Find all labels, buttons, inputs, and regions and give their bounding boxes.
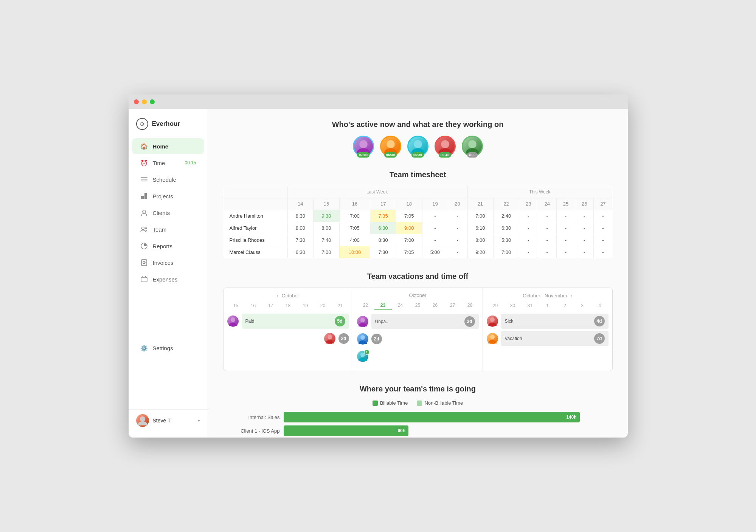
cell: -: [538, 246, 556, 258]
sidebar-item-team[interactable]: Team: [132, 221, 204, 237]
cal-day: 21: [332, 302, 349, 310]
avatar: [324, 333, 335, 344]
cell: -: [575, 210, 594, 222]
cell: -: [556, 246, 575, 258]
cell: 8:30: [287, 210, 314, 222]
vac-label: Sick: [505, 319, 514, 324]
sidebar-item-projects[interactable]: Projects: [132, 188, 204, 204]
prev-month-button[interactable]: ‹: [277, 292, 279, 298]
bar-fill-billable: 140h: [284, 412, 580, 422]
cell: 7:00: [467, 210, 494, 222]
cal-day: 20: [314, 302, 332, 310]
close-button[interactable]: [134, 99, 139, 104]
cell: -: [594, 246, 612, 258]
sidebar-item-schedule[interactable]: Schedule: [132, 172, 204, 187]
sidebar-item-settings[interactable]: ⚙️ Settings: [132, 340, 204, 356]
legend-dot-non-billable: [417, 401, 422, 406]
cal-day: 2: [556, 302, 574, 310]
svg-rect-1: [141, 179, 147, 179]
cal-days: 22 23 24 25 26 27 28: [357, 301, 479, 310]
sidebar-item-invoices[interactable]: $ Invoices: [132, 255, 204, 271]
cell: 7:00: [493, 246, 519, 258]
cal-panel-2: October 22 23 24 25 26 27 28: [353, 288, 483, 371]
cal-header-2: October: [357, 292, 479, 298]
col-20: 20: [448, 198, 467, 210]
bar-label: Client 1 - iOS App: [223, 428, 280, 434]
vacations-title: Team vacations and time off: [223, 272, 613, 281]
time-going-section: Where your team's time is going Billable…: [223, 385, 613, 436]
cell: 7:00: [396, 234, 422, 246]
avatar: [357, 316, 368, 327]
svg-point-21: [360, 318, 365, 322]
vac-bar: Vacation 7d: [501, 331, 609, 346]
minimize-button[interactable]: [142, 99, 147, 104]
cell: -: [575, 222, 594, 234]
vac-label: Unpa...: [375, 319, 390, 324]
cell: 7:30: [370, 246, 396, 258]
vac-count: 7d: [594, 333, 605, 344]
sidebar-item-clients[interactable]: Clients: [132, 205, 204, 221]
sidebar-item-label: Invoices: [153, 260, 196, 266]
sidebar-item-label: Projects: [153, 193, 196, 200]
active-users-list: 07:00 06:30 05:30: [223, 136, 613, 157]
timer-badge: 02:40: [439, 152, 451, 158]
svg-point-22: [360, 335, 365, 340]
vac-count: 4d: [594, 316, 605, 326]
legend-label-non-billable: Non-Billable Time: [424, 400, 463, 406]
svg-point-19: [231, 317, 235, 322]
bar-fill-billable: 60h: [284, 425, 409, 436]
cal-day: 28: [461, 301, 479, 310]
sidebar-item-label: Reports: [153, 243, 196, 249]
cal-day: 26: [427, 301, 444, 310]
cell: 7:35: [370, 210, 396, 222]
main-content: Who's active now and what are they worki…: [208, 109, 628, 438]
col-21: 21: [467, 198, 494, 210]
vac-count: 2d: [338, 333, 349, 344]
vac-count: 3d: [464, 316, 475, 327]
sidebar-item-home[interactable]: 🏠 Home: [132, 138, 204, 154]
cal-day: 4: [591, 302, 609, 310]
col-name: [223, 198, 287, 210]
maximize-button[interactable]: [150, 99, 155, 104]
table-empty-header: [223, 186, 287, 198]
invoices-icon: $: [140, 258, 148, 267]
brand: ⊙ Everhour: [129, 115, 208, 138]
cell: -: [519, 222, 538, 234]
timer-badge-off: OFF: [467, 152, 478, 158]
app-window: ⊙ Everhour 🏠 Home ⏰ Time 00:15 Sched: [129, 94, 628, 438]
month-label: October: [282, 293, 299, 298]
cal-days: 29 30 31 1 2 3 4: [487, 302, 609, 310]
col-27: 27: [594, 198, 612, 210]
legend-billable: Billable Time: [373, 400, 408, 406]
bar-track: 140h: [284, 412, 613, 422]
schedule-icon: [140, 175, 148, 184]
cell: 7:00: [314, 246, 340, 258]
active-user: 06:30: [380, 136, 401, 157]
cal-day: 29: [487, 302, 504, 310]
vac-count: 2d: [371, 334, 382, 344]
col-25: 25: [556, 198, 575, 210]
vacation-row: Paid 5d: [227, 314, 349, 329]
cal-day: 3: [574, 302, 591, 310]
cal-day: 16: [245, 302, 262, 310]
sidebar-item-time[interactable]: ⏰ Time 00:15: [132, 155, 204, 171]
next-month-button[interactable]: ›: [570, 292, 572, 298]
active-users-section: Who's active now and what are they worki…: [223, 120, 613, 157]
table-row: Marcel Clauss 6:30 7:00 10:00 7:30 7:05 …: [223, 246, 612, 258]
sidebar-item-reports[interactable]: Reports: [132, 238, 204, 254]
month-label: October: [409, 292, 426, 298]
avatar: [487, 333, 498, 344]
active-user: 05:30: [407, 136, 428, 157]
row-name: Marcel Clauss: [223, 246, 287, 258]
avatar: 1: [357, 351, 368, 362]
cal-day: 30: [504, 302, 522, 310]
user-profile[interactable]: Steve T. ▾: [129, 409, 208, 431]
cell: -: [556, 234, 575, 246]
cell: 7:05: [396, 246, 422, 258]
legend-dot-billable: [373, 401, 378, 406]
cell: -: [448, 246, 467, 258]
sidebar-item-expenses[interactable]: Expenses: [132, 271, 204, 287]
cell: 8:00: [287, 222, 314, 234]
vac-bar: Unpa... 3d: [371, 314, 479, 329]
cell: 9:00: [396, 222, 422, 234]
